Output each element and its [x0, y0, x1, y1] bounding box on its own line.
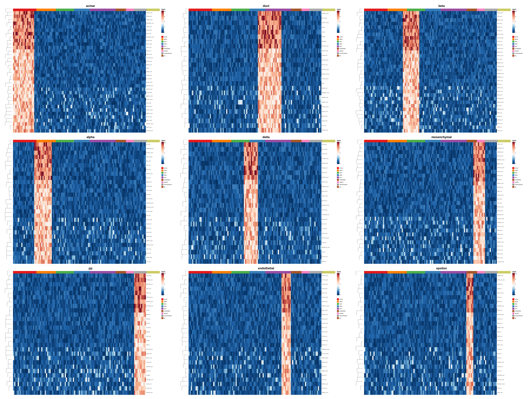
legend-swatch	[337, 298, 339, 300]
gene-label: SERRING_chr11	[322, 92, 335, 93]
gene-label: FAM129A_chr1	[146, 85, 160, 86]
color-segment-beta	[407, 271, 425, 273]
legend-cat-beta: beta	[161, 172, 172, 174]
gene-label: TM4SF4_chr9	[146, 392, 160, 393]
legend-cat-label: alpha	[339, 301, 342, 302]
legend-swatch	[337, 312, 339, 314]
legend-cat-label: beta	[164, 41, 166, 42]
dendrogram-left-endothelial	[180, 271, 188, 395]
gene-label: CLDN10_chr13	[322, 106, 335, 107]
legend-swatch	[512, 36, 514, 38]
gene-label: CD7_chr17	[322, 223, 335, 225]
panel-title-mesenchymal: mesenchymal	[355, 135, 528, 139]
gene-label: CHGA_chr20	[146, 219, 160, 220]
gene-label: GNO1	[146, 68, 160, 69]
gene-label: SRPX2_chrX	[497, 210, 511, 211]
legend-cat-acinar: acinar	[161, 36, 172, 38]
legend-tick: 10	[515, 11, 517, 12]
gene-label: SPOCK1_chr5	[497, 242, 511, 243]
gene-label: DTRAS_chr1	[322, 167, 335, 169]
legend-cat-mesenchymal: mesenchymal	[161, 184, 172, 185]
gene-label: ANXA4_chr2	[322, 116, 335, 117]
legend-cat-label: epsilon	[515, 313, 519, 314]
legend-cat-endothelial: endothelial	[337, 179, 347, 181]
gene-labels-endothelial: WWTR1_chr3CYYR1_chr21PLVAP_chr19CD99_chr…	[321, 273, 335, 395]
legend-cat-mesenchymal: mesenchymal	[161, 315, 172, 317]
legend-cat-label: acinar	[515, 167, 518, 169]
gene-label: CALCRL_chr2	[322, 323, 335, 324]
gene-label: LGAL53_chr14	[322, 78, 335, 79]
legend-cat-label: delta	[515, 174, 518, 176]
legend-cat-acinar: acinar	[512, 36, 523, 38]
gene-label: PKLAT_chr	[497, 70, 511, 71]
legend-cat-label: delta	[164, 174, 167, 176]
color-segment-acinar	[189, 271, 212, 273]
legend-cat-label: alpha	[515, 38, 518, 40]
legend-swatch	[337, 301, 339, 303]
legend-tick: 2	[515, 158, 516, 159]
color-segment-alpha	[387, 9, 407, 11]
gene-label: CD99_chr20	[322, 288, 335, 289]
legend-swatch	[161, 310, 163, 312]
gene-label: ABI3_chr17	[322, 375, 335, 376]
gene-label: REG1A_chr2	[146, 30, 160, 31]
gene-label: COL5A3_chr19	[497, 261, 511, 262]
legend-swatch	[161, 177, 163, 178]
gene-label: SPRAT1A1_chr	[497, 66, 511, 67]
gene-label: CTRB2_chr16	[146, 19, 160, 20]
gene-label: ELTD1_chr1	[322, 292, 335, 294]
legend-swatch	[512, 174, 514, 176]
gene-label: LOO_chr39	[146, 362, 160, 363]
gene-label: RBCK1_chr6	[497, 19, 511, 21]
legend-swatch	[512, 38, 514, 40]
gene-label: PCSK2_chr20	[146, 211, 160, 212]
legend-colorbar	[161, 273, 164, 295]
legend-cat-label: mesenchymal	[164, 315, 172, 317]
legend-tick: 0	[515, 163, 516, 164]
gene-label: SM1_chr	[497, 331, 511, 332]
gene-label: EPLPAM_chr4	[497, 98, 511, 99]
gene-label: ANXA1_chr9	[322, 111, 335, 112]
legend-cat-label: endothelial	[515, 48, 521, 49]
legend-cat-label: endothelial	[164, 310, 170, 312]
gene-label: COL6A3_chr2	[497, 152, 511, 153]
gene-label: NEFM_chr8	[497, 44, 511, 46]
legend-cat-label: alpha	[164, 170, 167, 171]
legend-cat-delta: delta	[161, 174, 172, 176]
color-bar-endothelial	[189, 271, 335, 273]
legend-tick: 0	[340, 294, 341, 295]
legend-title: labels	[337, 9, 341, 10]
legend-cat-label: duct	[515, 46, 517, 47]
color-segment-duct	[90, 9, 115, 11]
color-segment-delta	[74, 140, 89, 142]
gene-label: CDH1_chr16	[146, 120, 160, 121]
legend-cat-duct: duct	[337, 45, 347, 47]
legend-swatch	[512, 41, 514, 43]
gene-label: NOTCH3_chr19	[497, 167, 511, 168]
gene-label: ARAP3_chr5	[322, 362, 335, 363]
gene-label: IGFBP4_chr17	[497, 183, 511, 184]
legend-swatch	[161, 184, 163, 185]
color-bar-acinar	[13, 9, 160, 11]
gene-label: CTRC_chr1	[146, 47, 160, 48]
legend-cat-label: beta	[339, 172, 342, 173]
gene-label: FAP_chr2	[146, 165, 160, 166]
legend-cat-label: delta	[164, 306, 167, 307]
gene-label: MGST1_chr12	[146, 99, 160, 100]
legend-swatch	[337, 177, 339, 178]
legend-cat-duct: duct	[512, 308, 523, 310]
legend-swatch	[512, 308, 514, 310]
gene-label: TIMP1_chrX	[497, 144, 511, 145]
gene-label: SLITAR6_chr13	[146, 305, 160, 307]
panel-endothelial: endothelialWWTR1_chr3CYYR1_chr21PLVAP_ch…	[178, 265, 354, 396]
color-segment-delta	[74, 9, 89, 11]
dendrogram-left-epsilon	[355, 271, 364, 395]
legend-cat-label: pp	[339, 317, 341, 319]
legend-colorbar	[161, 142, 164, 164]
gene-label: SPDNF7_chr4	[322, 102, 335, 103]
legend-cat-endothelial: endothelial	[161, 310, 172, 312]
legend-cat-pp: pp	[161, 317, 172, 319]
gene-label: PKLR_chr1	[497, 23, 511, 24]
dendrogram-left-pp	[4, 271, 13, 395]
legend-swatch	[161, 298, 163, 300]
